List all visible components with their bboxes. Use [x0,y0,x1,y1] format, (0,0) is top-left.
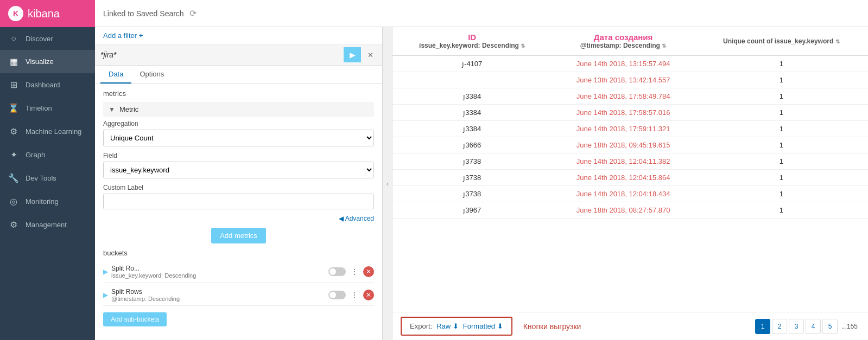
filter-bar: Add a filter + [95,27,382,44]
bucket-arrow-icon-0[interactable]: ▶ [103,268,108,275]
sidebar-label-dashboard: Dashboard [26,81,60,89]
table-row: ȷ3738 June 14th 2018, 12:04:11.382 1 [392,153,868,170]
sidebar-item-management[interactable]: ⚙ Management [0,213,95,236]
add-sub-buckets-button[interactable]: Add sub-buckets [103,312,167,326]
close-button[interactable]: ✕ [364,48,377,61]
page-btn-1[interactable]: 1 [755,319,770,334]
custom-label-input[interactable] [103,194,374,209]
table-row: June 13th 2018, 13:42:14.557 1 [392,72,868,88]
bucket-name-1: Split Rows [111,288,325,296]
sidebar-label-timelion: Timelion [26,104,52,112]
bucket-options-button-1[interactable]: ⋮ [348,290,361,300]
tab-data[interactable]: Data [100,66,131,84]
cell-key-6: ȷ3738 [392,153,552,170]
table-area: ID issue_key.keyword: Descending ⇅ Дата … [392,27,868,312]
left-panel: Add a filter + *jira* ▶ ✕ Data Options [95,27,383,340]
kibana-icon: K [8,6,23,21]
custom-label-group: Custom Label [103,184,374,209]
col-date-sub: @timestamp: Descending ⇅ [558,42,688,49]
top-bar: Linked to Saved Search ⟳ [95,0,868,27]
add-filter-link[interactable]: Add a filter + [103,31,143,40]
cell-date-0: June 14th 2018, 13:15:57.494 [552,55,694,72]
bucket-options-button-0[interactable]: ⋮ [348,266,361,277]
bucket-toggle-1[interactable] [328,291,346,299]
field-select[interactable]: issue_key.keyword [103,162,374,178]
monitoring-icon: ◎ [8,196,19,207]
sidebar-item-graph[interactable]: ✦ Graph [0,143,95,166]
cell-count-0: 1 [695,55,868,72]
cell-date-1: June 13th 2018, 13:42:14.557 [552,72,694,88]
buckets-section-title: buckets [103,249,374,257]
sidebar-item-dev-tools[interactable]: 🔧 Dev Tools [0,166,95,190]
page-btn-2[interactable]: 2 [772,319,787,334]
management-icon: ⚙ [8,220,19,230]
cell-date-6: June 14th 2018, 12:04:11.382 [552,153,694,170]
aggregation-select[interactable]: Unique Count [103,130,374,146]
table-row: ȷ3384 June 14th 2018, 17:58:57.016 1 [392,105,868,121]
metrics-section-title: metrics [103,89,374,98]
sidebar-item-discover[interactable]: ○ Discover [0,27,95,50]
col-date-title: Дата создания [558,33,688,42]
dev-tools-icon: 🔧 [8,173,19,183]
bucket-actions-0: ⋮ ✕ [328,266,374,277]
bucket-arrow-icon-1[interactable]: ▶ [103,291,108,299]
index-pattern-row: *jira* ▶ ✕ [95,44,382,66]
col-date-sort-icon[interactable]: ⇅ [662,43,666,49]
col-count-sub: Unique count of issue_key.keyword ⇅ [701,37,861,45]
run-button[interactable]: ▶ [344,47,361,62]
bucket-toggle-0[interactable] [328,267,346,276]
col-count-header: Unique count of issue_key.keyword ⇅ [695,27,868,55]
sidebar-item-monitoring[interactable]: ◎ Monitoring [0,190,95,213]
export-formatted-link[interactable]: Formatted ⬇ [463,322,503,330]
sidebar-item-machine-learning[interactable]: ⚙ Machine Learning [0,120,95,143]
export-annotation: Кнопки выгрузки [523,322,581,331]
cell-key-5: ȷ3666 [392,137,552,153]
cell-count-6: 1 [695,153,868,170]
table-row: ȷ3738 June 14th 2018, 12:04:15.864 1 [392,170,868,186]
sidebar-item-dashboard[interactable]: ⊞ Dashboard [0,73,95,97]
aggregation-label: Aggregation [103,120,374,127]
sidebar-logo[interactable]: K kibana [0,0,95,27]
sidebar-label-visualize: Visualize [26,57,54,66]
sidebar-label-machine-learning: Machine Learning [26,127,81,136]
advanced-link[interactable]: ◀ Advanced [103,215,374,222]
page-btn-4[interactable]: 4 [806,319,821,334]
visualize-icon: ▦ [8,56,19,67]
add-metrics-button[interactable]: Add metrics [211,228,266,243]
pagination: 1 2 3 4 5 ...155 [755,319,860,334]
data-table: ID issue_key.keyword: Descending ⇅ Дата … [392,27,868,219]
custom-label-label: Custom Label [103,184,374,191]
export-raw-link[interactable]: Raw ⬇ [436,322,459,330]
sidebar-label-dev-tools: Dev Tools [26,174,56,182]
cell-date-7: June 14th 2018, 12:04:15.864 [552,170,694,186]
col-id-header: ID issue_key.keyword: Descending ⇅ [392,27,552,55]
link-icon[interactable]: ⟳ [189,8,197,18]
right-panel: ID issue_key.keyword: Descending ⇅ Дата … [392,27,868,340]
cell-date-4: June 14th 2018, 17:59:11.321 [552,121,694,137]
metric-item: ▼ Metric [103,102,374,117]
cell-count-5: 1 [695,137,868,153]
page-btn-3[interactable]: 3 [789,319,804,334]
metric-collapse-icon[interactable]: ▼ [109,106,115,113]
bucket-name-0: Split Ro... [111,265,325,272]
graph-icon: ✦ [8,150,19,160]
col-id-sort-icon[interactable]: ⇅ [521,43,525,49]
tab-options[interactable]: Options [131,66,172,84]
index-pattern-input[interactable]: *jira* [100,50,341,59]
main-content: Linked to Saved Search ⟳ Add a filter + … [95,0,868,340]
table-row: ȷ3384 June 14th 2018, 17:59:11.321 1 [392,121,868,137]
table-row: ȷ3666 June 18th 2018, 09:45:19.615 1 [392,137,868,153]
export-box: Export: Raw ⬇ Formatted ⬇ [401,317,512,336]
col-count-sort-icon[interactable]: ⇅ [835,39,840,44]
page-btn-5[interactable]: 5 [822,319,838,334]
panel-collapse-button[interactable]: ‹ [383,27,392,340]
cell-count-7: 1 [695,170,868,186]
table-row: ȷ3967 June 18th 2018, 08:27:57.870 1 [392,202,868,219]
kibana-logo-text: kibana [28,8,60,20]
bucket-delete-button-1[interactable]: ✕ [363,290,374,300]
bucket-delete-button-0[interactable]: ✕ [363,266,374,277]
sidebar-item-visualize[interactable]: ▦ Visualize [0,50,95,73]
sidebar-item-timelion[interactable]: ⌛ Timelion [0,97,95,120]
machine-learning-icon: ⚙ [8,126,19,137]
bucket-item-1: ▶ Split Rows @timestamp: Descending ⋮ ✕ [103,285,374,306]
